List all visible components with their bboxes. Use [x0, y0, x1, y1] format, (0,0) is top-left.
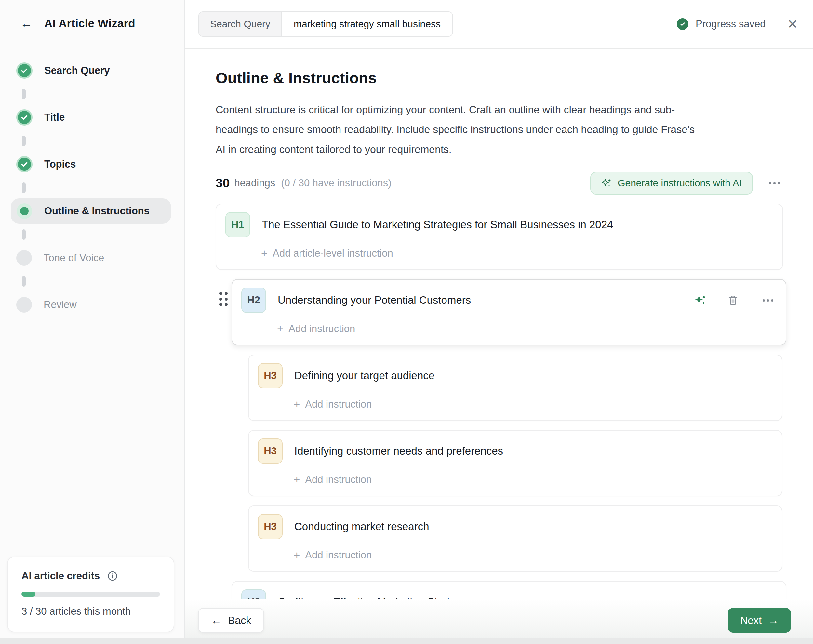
step-done-check-icon	[16, 109, 32, 126]
outline-card-h3: H3 Identifying customer needs and prefer…	[248, 430, 782, 496]
step-search-query[interactable]: Search Query	[11, 58, 171, 83]
step-label: Title	[44, 112, 65, 123]
add-instruction-button[interactable]: + Add instruction	[294, 474, 372, 486]
more-options-icon[interactable]	[766, 179, 783, 188]
outline-card-h1: H1 The Essential Guide to Marketing Stra…	[216, 204, 783, 270]
plus-icon: +	[294, 474, 300, 486]
step-active-dot-icon	[16, 203, 32, 219]
heading-title[interactable]: Defining your target audience	[294, 370, 435, 382]
topbar: Search Query marketing strategy small bu…	[185, 0, 813, 49]
generate-instructions-button[interactable]: Generate instructions with AI	[590, 172, 753, 195]
main-panel: Search Query marketing strategy small bu…	[185, 0, 813, 644]
next-button-label: Next	[740, 615, 762, 626]
step-tone-of-voice[interactable]: Tone of Voice	[11, 245, 171, 271]
sidebar-header: ← AI Article Wizard	[0, 0, 184, 30]
credits-progress-fill	[21, 592, 35, 596]
h3-badge: H3	[258, 363, 283, 388]
credits-usage-text: 3 / 30 articles this month	[21, 606, 160, 617]
more-options-icon[interactable]	[759, 296, 776, 305]
step-label: Search Query	[44, 65, 110, 77]
ai-credits-card: AI article credits 3 / 30 articles this …	[7, 557, 174, 632]
step-topics[interactable]: Topics	[11, 152, 171, 177]
headings-summary-row: 30 headings (0 / 30 have instructions) G…	[216, 172, 783, 195]
info-icon[interactable]	[107, 570, 118, 581]
saved-check-icon	[677, 18, 689, 30]
page-description: Content structure is critical for optimi…	[216, 100, 813, 159]
drag-handle-icon[interactable]	[219, 292, 228, 306]
step-done-check-icon	[16, 63, 32, 79]
description-line: Content structure is critical for optimi…	[216, 100, 813, 120]
back-button[interactable]: ← Back	[198, 608, 264, 633]
step-done-check-icon	[16, 156, 32, 172]
credits-progress-track	[21, 592, 160, 596]
plus-icon: +	[294, 398, 300, 411]
step-todo-circle-icon	[16, 250, 32, 266]
add-instruction-label: Add instruction	[305, 399, 372, 410]
search-query-pill: Search Query marketing strategy small bu…	[198, 11, 453, 37]
heading-title[interactable]: Identifying customer needs and preferenc…	[294, 445, 503, 457]
back-arrow-icon[interactable]: ←	[20, 17, 32, 29]
wizard-sidebar: ← AI Article Wizard Search Query Title	[0, 0, 185, 644]
step-label: Topics	[44, 158, 76, 170]
wizard-footer: ← Back Next →	[185, 599, 813, 644]
step-connector	[0, 83, 184, 105]
headings-note: (0 / 30 have instructions)	[281, 177, 391, 189]
plus-icon: +	[294, 549, 300, 561]
add-instruction-button[interactable]: + Add instruction	[294, 549, 372, 561]
search-query-value[interactable]: marketing strategy small business	[282, 12, 452, 36]
sparkles-icon[interactable]	[694, 294, 707, 307]
wizard-steps: Search Query Title Topics Outline & Inst…	[0, 58, 184, 317]
step-todo-circle-icon	[16, 297, 32, 313]
step-connector	[0, 177, 184, 198]
add-article-instruction-button[interactable]: + Add article-level instruction	[261, 247, 393, 259]
step-title[interactable]: Title	[11, 105, 171, 130]
plus-icon: +	[261, 247, 267, 259]
step-outline-instructions[interactable]: Outline & Instructions	[11, 198, 171, 224]
add-instruction-label: Add instruction	[288, 323, 355, 335]
headings-unit: headings	[234, 177, 275, 189]
step-label: Tone of Voice	[44, 252, 104, 264]
add-instruction-label: Add instruction	[305, 474, 372, 486]
step-label: Review	[44, 299, 77, 311]
add-instruction-button[interactable]: + Add instruction	[294, 398, 372, 411]
arrow-left-icon: ←	[211, 615, 222, 626]
step-connector	[0, 271, 184, 292]
credits-title: AI article credits	[21, 570, 100, 582]
h1-badge: H1	[225, 212, 250, 238]
add-instruction-button[interactable]: + Add instruction	[277, 323, 355, 335]
h3-badge: H3	[258, 439, 283, 464]
arrow-right-icon: →	[768, 615, 779, 626]
sparkles-icon	[601, 178, 612, 188]
outline-card-h3: H3 Conducting market research + Add inst…	[248, 506, 782, 572]
plus-icon: +	[277, 323, 283, 335]
step-label: Outline & Instructions	[44, 205, 150, 217]
step-review[interactable]: Review	[11, 292, 171, 317]
progress-saved-status: Progress saved	[677, 18, 766, 30]
heading-title[interactable]: Understanding your Potential Customers	[278, 294, 471, 307]
step-connector	[0, 130, 184, 152]
close-icon[interactable]: ✕	[787, 18, 798, 31]
outline-card-h2: H2 Understanding your Potential Customer…	[231, 279, 786, 345]
back-button-label: Back	[228, 615, 251, 626]
wizard-title: AI Article Wizard	[44, 17, 135, 30]
description-line: AI in creating content tailored to your …	[216, 140, 813, 159]
step-connector	[0, 224, 184, 245]
generate-button-label: Generate instructions with AI	[617, 178, 742, 189]
h2-badge: H2	[241, 288, 266, 313]
ai-article-wizard-app: ← AI Article Wizard Search Query Title	[0, 0, 813, 644]
next-button[interactable]: Next →	[728, 608, 791, 633]
headings-count: 30	[216, 176, 230, 190]
heading-title[interactable]: The Essential Guide to Marketing Strateg…	[262, 219, 613, 231]
outline-content: Outline & Instructions Content structure…	[185, 49, 813, 644]
add-instruction-label: Add article-level instruction	[273, 247, 393, 259]
page-title: Outline & Instructions	[216, 69, 813, 87]
heading-title[interactable]: Conducting market research	[294, 520, 429, 533]
h3-badge: H3	[258, 514, 283, 539]
saved-status-text: Progress saved	[696, 18, 766, 30]
add-instruction-label: Add instruction	[305, 549, 372, 561]
description-line: headings to ensure smooth readability. I…	[216, 120, 813, 140]
bottom-edge-strip	[0, 638, 813, 644]
outline-card-h3: H3 Defining your target audience + Add i…	[248, 354, 782, 421]
trash-icon[interactable]	[727, 294, 739, 307]
search-query-label: Search Query	[199, 12, 282, 36]
